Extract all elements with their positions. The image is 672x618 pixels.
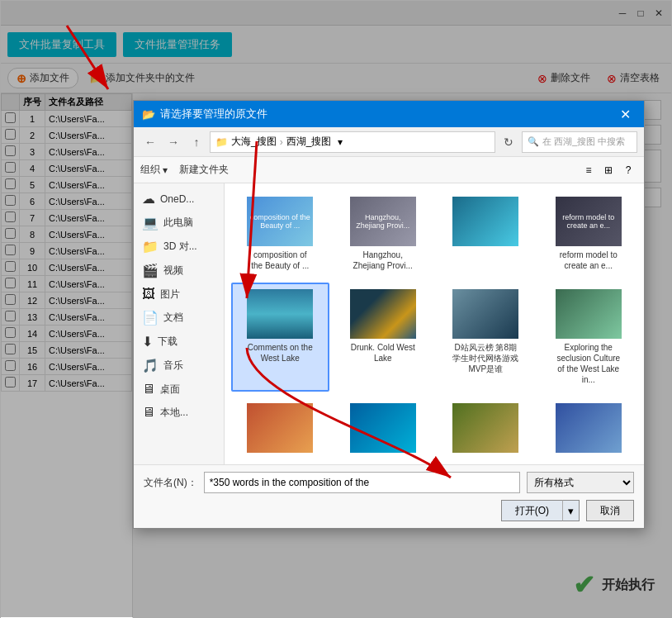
filename-label: 文件名(N)： bbox=[144, 476, 197, 490]
dialog-nav: ← → ↑ 📁 大海_搜图 › 西湖_搜图 ▾ ↻ 🔍 在 西湖_搜图 中搜索 bbox=[134, 127, 644, 157]
dialog-title-bar: 📂 请选择要管理的原文件 ✕ bbox=[134, 101, 644, 127]
view-buttons: ≡ ⊞ ? bbox=[580, 161, 637, 179]
file-thumb-12 bbox=[556, 403, 622, 453]
file-name-7: D站风云榜 第8期 学生时代网络游戏MVP是谁 bbox=[452, 342, 518, 374]
file-item-5[interactable]: Comments on the West Lake bbox=[231, 283, 329, 392]
view-help-button[interactable]: ? bbox=[619, 161, 637, 179]
open-button[interactable]: 打开(O) bbox=[501, 500, 562, 521]
file-item-4[interactable]: reform model to create an e... reform mo… bbox=[540, 190, 638, 278]
nav-up-button[interactable]: ↑ bbox=[187, 132, 206, 152]
thispc-icon: 💻 bbox=[142, 215, 159, 231]
3d-icon: 📁 bbox=[142, 239, 159, 254]
sidebar-item-onedrive[interactable]: ☁ OneD... bbox=[134, 187, 224, 211]
open-dropdown-button[interactable]: ▾ bbox=[562, 500, 580, 521]
file-name-4: reform model to create an e... bbox=[556, 250, 622, 271]
file-item-11[interactable] bbox=[437, 397, 535, 463]
video-icon: 🎬 bbox=[142, 263, 159, 278]
file-item-2[interactable]: Hangzhou, Zhejiang Provi... Hangzhou, Zh… bbox=[334, 190, 433, 278]
file-name-1: composition of the Beauty of ... bbox=[247, 250, 313, 271]
dialog-title-icon: 📂 bbox=[142, 108, 155, 121]
breadcrumb-sep: › bbox=[280, 136, 283, 148]
dialog-close-button[interactable]: ✕ bbox=[614, 103, 636, 125]
file-thumb-7 bbox=[452, 289, 518, 339]
search-icon: 🔍 bbox=[528, 136, 539, 147]
file-item-7[interactable]: D站风云榜 第8期 学生时代网络游戏MVP是谁 bbox=[437, 283, 535, 392]
breadcrumb-dropdown-icon: ▾ bbox=[338, 136, 343, 148]
breadcrumb-root: 大海_搜图 bbox=[231, 135, 277, 149]
local-icon: 🖥 bbox=[142, 405, 155, 420]
nav-forward-button[interactable]: → bbox=[163, 132, 183, 152]
documents-icon: 📄 bbox=[142, 310, 159, 326]
sidebar-item-desktop[interactable]: 🖥 桌面 bbox=[134, 378, 224, 401]
file-thumb-10 bbox=[350, 403, 416, 453]
view-grid-button[interactable]: ⊞ bbox=[599, 161, 618, 179]
file-name-5: Comments on the West Lake bbox=[247, 342, 313, 364]
dialog-title: 请选择要管理的原文件 bbox=[160, 107, 267, 121]
sidebar-item-3d[interactable]: 📁 3D 对... bbox=[134, 235, 224, 259]
file-thumb-9 bbox=[247, 403, 313, 453]
breadcrumb-root-icon: 📁 bbox=[215, 136, 228, 148]
file-name-6: Drunk. Cold West Lake bbox=[350, 342, 416, 364]
file-item-1[interactable]: composition of the Beauty of ... composi… bbox=[231, 190, 329, 278]
sidebar-item-local[interactable]: 🖥 本地... bbox=[134, 401, 224, 424]
file-thumb-4: reform model to create an e... bbox=[556, 197, 622, 246]
breadcrumb-current: 西湖_搜图 bbox=[286, 135, 332, 149]
dialog-actions: 打开(O) ▾ 取消 bbox=[144, 500, 634, 521]
file-thumb-5 bbox=[247, 289, 313, 339]
filename-row: 文件名(N)： 所有格式 bbox=[144, 472, 634, 493]
open-button-group: 打开(O) ▾ bbox=[501, 500, 580, 521]
sidebar-item-music[interactable]: 🎵 音乐 bbox=[134, 354, 224, 378]
file-thumb-6 bbox=[350, 289, 416, 339]
dialog-bottom: 文件名(N)： 所有格式 打开(O) ▾ 取消 bbox=[134, 464, 644, 528]
onedrive-icon: ☁ bbox=[142, 191, 155, 207]
file-item-8[interactable]: Exploring the seclusion Culture of the W… bbox=[540, 283, 638, 392]
sidebar-item-downloads[interactable]: ⬇ 下载 bbox=[134, 330, 224, 354]
sidebar-item-documents[interactable]: 📄 文档 bbox=[134, 306, 224, 330]
file-item-12[interactable] bbox=[540, 397, 638, 463]
open-dropdown-icon: ▾ bbox=[568, 505, 574, 517]
file-dialog: 📂 请选择要管理的原文件 ✕ ← → ↑ 📁 大海_搜图 › 西湖_搜图 ▾ ↻ bbox=[133, 100, 645, 529]
sidebar-item-pictures[interactable]: 🖼 图片 bbox=[134, 283, 224, 306]
organize-button[interactable]: 组织 ▾ bbox=[140, 163, 168, 177]
file-name-2: Hangzhou, Zhejiang Provi... bbox=[350, 250, 416, 271]
filetype-select[interactable]: 所有格式 bbox=[527, 472, 634, 493]
file-item-6[interactable]: Drunk. Cold West Lake bbox=[334, 283, 433, 392]
nav-refresh-button[interactable]: ↻ bbox=[499, 132, 518, 152]
nav-back-button[interactable]: ← bbox=[140, 132, 160, 152]
breadcrumb: 📁 大海_搜图 › 西湖_搜图 ▾ bbox=[210, 131, 495, 153]
pictures-icon: 🖼 bbox=[142, 287, 155, 302]
search-placeholder: 在 西湖_搜图 中搜索 bbox=[542, 135, 625, 148]
file-thumb-1: composition of the Beauty of ... bbox=[247, 197, 313, 246]
sidebar-item-video[interactable]: 🎬 视频 bbox=[134, 259, 224, 283]
desktop-icon: 🖥 bbox=[142, 382, 155, 397]
dialog-sidebar: ☁ OneD... 💻 此电脑 📁 3D 对... 🎬 视频 bbox=[134, 183, 225, 464]
sidebar-item-thispc[interactable]: 💻 此电脑 bbox=[134, 211, 224, 235]
dialog-body: ☁ OneD... 💻 此电脑 📁 3D 对... 🎬 视频 bbox=[134, 183, 644, 464]
view-list-button[interactable]: ≡ bbox=[580, 161, 598, 179]
dialog-toolbar: 组织 ▾ 新建文件夹 ≡ ⊞ ? bbox=[134, 157, 644, 183]
cancel-button[interactable]: 取消 bbox=[586, 500, 634, 521]
filename-input[interactable] bbox=[204, 472, 520, 493]
organize-dropdown-icon: ▾ bbox=[163, 164, 168, 176]
file-item-9[interactable] bbox=[231, 397, 329, 463]
file-thumb-2: Hangzhou, Zhejiang Provi... bbox=[350, 197, 416, 246]
music-icon: 🎵 bbox=[142, 358, 159, 373]
file-thumb-3 bbox=[452, 197, 518, 246]
new-folder-button[interactable]: 新建文件夹 bbox=[174, 161, 234, 178]
file-grid: composition of the Beauty of ... composi… bbox=[225, 183, 644, 464]
file-item-10[interactable] bbox=[334, 397, 433, 463]
search-box[interactable]: 🔍 在 西湖_搜图 中搜索 bbox=[522, 131, 637, 153]
file-thumb-8 bbox=[556, 289, 622, 339]
file-item-3[interactable] bbox=[437, 190, 535, 278]
downloads-icon: ⬇ bbox=[142, 334, 153, 349]
dialog-overlay: 📂 请选择要管理的原文件 ✕ ← → ↑ 📁 大海_搜图 › 西湖_搜图 ▾ ↻ bbox=[1, 1, 671, 617]
main-window: ─ □ ✕ 文件批量复制工具 文件批量管理任务 ⊕ 添加文件 📂 添加文件夹中的… bbox=[0, 0, 672, 618]
file-thumb-11 bbox=[452, 403, 518, 453]
file-name-8: Exploring the seclusion Culture of the W… bbox=[556, 342, 622, 385]
